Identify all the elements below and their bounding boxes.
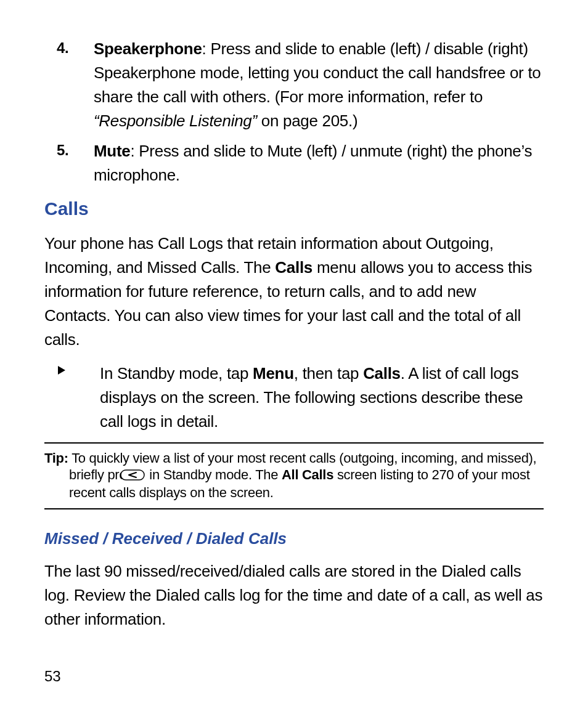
document-page: 4. Speakerphone: Press and slide to enab… (0, 0, 588, 722)
svg-rect-1 (121, 470, 144, 480)
numbered-list: 4. Speakerphone: Press and slide to enab… (44, 37, 544, 187)
page-number: 53 (44, 668, 61, 685)
text: in Standby mode. The (146, 467, 282, 482)
tip-label: Tip: (44, 450, 68, 466)
bold-all-calls: All Calls (282, 467, 333, 482)
heading-calls: Calls (44, 198, 544, 219)
tip-box: Tip: To quickly view a list of your most… (44, 442, 544, 509)
text: In Standby mode, tap (100, 364, 253, 383)
term-speakerphone: Speakerphone (94, 39, 202, 58)
tip-text: Tip: To quickly view a list of your most… (44, 450, 544, 501)
list-number: 4. (44, 37, 94, 59)
bold-calls: Calls (275, 258, 312, 277)
list-item-5: 5. Mute: Press and slide to Mute (left) … (44, 139, 544, 187)
calls-intro-paragraph: Your phone has Call Logs that retain inf… (44, 232, 544, 352)
term-mute: Mute (94, 142, 130, 160)
text: : Press and slide to Mute (left) / unmut… (94, 142, 532, 184)
list-body: Speakerphone: Press and slide to enable … (94, 37, 544, 133)
list-body: Mute: Press and slide to Mute (left) / u… (94, 139, 544, 187)
bold-calls-step: Calls (363, 364, 401, 383)
step-body: In Standby mode, tap Menu, then tap Call… (100, 362, 544, 434)
missed-paragraph: The last 90 missed/received/dialed calls… (44, 559, 544, 631)
text: on page 205.) (257, 112, 358, 130)
text: , then tap (294, 364, 363, 383)
heading-missed-received-dialed: Missed / Received / Dialed Calls (44, 529, 544, 548)
svg-marker-0 (58, 366, 65, 375)
triangle-bullet-icon (44, 362, 100, 375)
list-item-4: 4. Speakerphone: Press and slide to enab… (44, 37, 544, 133)
reference-italic: “Responsible Listening” (94, 112, 257, 130)
action-step: In Standby mode, tap Menu, then tap Call… (44, 362, 544, 434)
bold-menu: Menu (253, 364, 294, 383)
list-number: 5. (44, 139, 94, 161)
